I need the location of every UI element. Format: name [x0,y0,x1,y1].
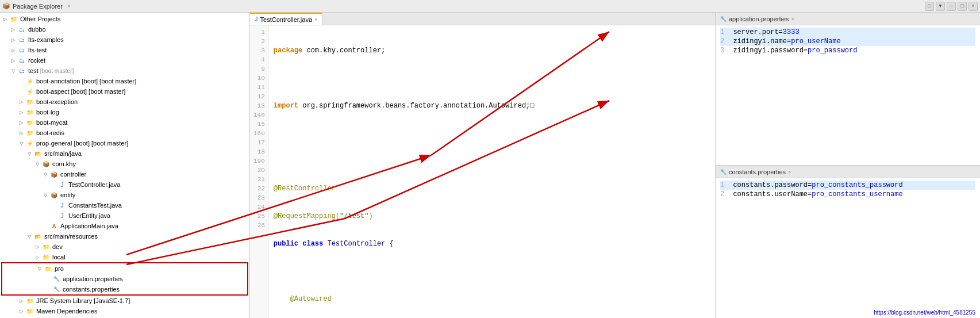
project-icon-test: 🗂 [17,66,26,75]
app-props-line-1: 1 server.port=3333 [720,28,975,37]
label-userentity: UserEntity.java [68,212,110,219]
label-boot-redis: boot-redis [36,129,64,136]
tree-item-boot-annotation[interactable]: ▷ ⚡ boot-annotation [boot] [boot master] [0,76,249,86]
label-prop-general: prop-general [boot] [boot master] [36,140,128,147]
app-props-content[interactable]: 1 server.port=3333 2 zidingyi.name=pro_u… [716,25,980,165]
folder-icon-dev: 📁 [41,242,51,251]
tree-item-src-main-java[interactable]: ▽ 📂 src/main/java [0,148,249,159]
folder-icon-other-projects: 📁 [9,14,18,24]
constants-props-content[interactable]: 1 constants.password=pro_constants_passw… [716,178,980,318]
app-props-line-3: 3 zidingyi.password=pro_password [720,46,975,55]
maximize-btn[interactable]: □ [958,2,967,11]
boot-icon-annotation: ⚡ [25,76,34,86]
tree-item-controller[interactable]: ▽ 📦 controller [0,169,249,179]
package-icon-entity: 📦 [49,190,59,200]
line-num-ap1: 1 [720,28,724,36]
properties-icon-application: 🔧 [52,274,61,283]
app-props-close[interactable]: × [791,16,794,22]
tree-item-boot-mycat[interactable]: ▷ 📁 boot-mycat [0,117,249,128]
arrow-entity: ▽ [43,192,48,198]
tree-item-application-properties[interactable]: ▷ 🔧 application.properties [2,274,247,284]
app-props-line-2: 2 zidingyi.name=pro_userName [720,37,975,46]
dropdown-btn[interactable]: ▼ [936,2,945,11]
code-area[interactable]: package com.khy.controller; import org.s… [269,25,715,318]
project-icon-dubbo: 🗂 [17,25,26,34]
tree-item-boot-exception[interactable]: ▷ 📁 boot-exception [0,97,249,107]
code-line-12: public class TestController { [274,239,710,248]
label-testcontroller: TestController.java [68,181,121,188]
app-prop-val-3: zidingyi.password=pro_password [733,47,857,55]
constants-props-close[interactable]: × [788,169,791,175]
editor-tab-testcontroller[interactable]: J TestController.java × [250,13,322,25]
folder-icon-boot-mycat: 📁 [25,118,34,127]
tree-item-applicationmain[interactable]: ▷ A ApplicationMain.java [0,221,249,231]
properties-icon-constants: 🔧 [52,285,61,294]
package-explorer-title: Package Explorer [13,3,63,10]
label-test: test [boot master] [28,67,74,74]
line-num-cp2: 2 [720,190,724,198]
tree-item-entity[interactable]: ▽ 📦 entity [0,190,249,200]
label-maven: Maven Dependencies [36,308,97,315]
properties-icon-header2: 🔧 [720,169,727,175]
tree-item-src-main-resources[interactable]: ▽ 📂 src/main/resources [0,231,249,242]
tree-item-boot-log[interactable]: ▷ 📁 boot-log [0,107,249,117]
label-pro: pro [55,265,64,272]
tree-item-testcontroller[interactable]: ▷ J TestController.java [0,179,249,190]
folder-icon-boot-exception: 📁 [25,97,34,106]
tree-item-rocket[interactable]: ▷ 🗂 rocket [0,55,249,66]
tree-container[interactable]: ▷ 📁 Other Projects ▷ 🗂 dubbo ▷ 🗂 lts-exa… [0,13,249,318]
minimize-btn[interactable]: □ [925,2,934,11]
label-application-properties: application.properties [63,275,123,282]
tree-item-lts-examples[interactable]: ▷ 🗂 lts-examples [0,35,249,45]
arrow-prop-general: ▽ [18,140,24,146]
tree-item-test[interactable]: ▽ 🗂 test [boot master] [0,66,249,76]
tree-item-boot-redis[interactable]: ▷ 📁 boot-redis [0,128,249,138]
tree-item-boot-aspect[interactable]: ▷ ⚡ boot-aspect [boot] [boot master] [0,86,249,97]
top-bar: 📦 Package Explorer × □ ▼ — □ × [0,0,980,13]
tree-item-constantstest[interactable]: ▷ J ConstantsTest.java [0,200,249,210]
label-other-projects: Other Projects [20,16,60,22]
java-tab-icon: J [255,16,258,22]
label-boot-aspect: boot-aspect [boot] [boot master] [36,88,125,95]
tree-item-jre[interactable]: ▷ 📁 JRE System Library [JavaSE-1.7] [0,296,249,306]
code-line-11: @RequestMapping("/test") [274,212,710,221]
arrow-src-main-resources: ▽ [26,233,32,239]
tree-item-local[interactable]: ▷ 📁 local [0,252,249,262]
tree-item-lts-test[interactable]: ▷ 🗂 lts-test [0,45,249,55]
tree-item-dev[interactable]: ▷ 📁 dev [0,242,249,252]
label-lts-examples: lts-examples [28,36,64,43]
arrow-dubbo: ▷ [10,26,16,32]
tree-item-other-projects[interactable]: ▷ 📁 Other Projects [0,14,249,24]
label-com-khy: com.khy [52,160,76,167]
folder-icon-local: 📁 [41,252,51,262]
tree-item-constants-properties[interactable]: ▷ 🔧 constants.properties [2,284,247,294]
line-num-cp1: 1 [720,181,724,189]
constants-props-header: 🔧 constants.properties × [716,166,980,178]
tree-item-dubbo[interactable]: ▷ 🗂 dubbo [0,24,249,35]
label-controller: controller [60,171,86,178]
label-dev: dev [52,243,63,250]
label-local: local [52,254,66,260]
constants-props-title: constants.properties [729,168,786,175]
src-folder-icon-java: 📂 [33,149,43,158]
folder-icon-maven: 📁 [25,306,34,316]
minimize-btn2[interactable]: — [947,2,956,11]
pro-box: ▽ 📁 pro ▷ 🔧 application.properties ▷ 🔧 c… [1,262,248,296]
tree-item-maven[interactable]: ▷ 📁 Maven Dependencies [0,306,249,316]
close-icon[interactable]: × [67,3,71,9]
tree-item-pro[interactable]: ▽ 📁 pro [2,263,247,274]
tree-item-userentity[interactable]: ▷ J UserEntity.java [0,210,249,221]
right-top-panel: 🔧 application.properties × 1 server.port… [716,13,980,166]
editor-tab-close[interactable]: × [314,17,317,22]
main-layout: ▷ 📁 Other Projects ▷ 🗂 dubbo ▷ 🗂 lts-exa… [0,13,980,318]
tree-item-com-khy[interactable]: ▽ 📦 com.khy [0,159,249,169]
line-numbers: 1 2 3 4 9 10 11 12 13 14⊙ 15 16⊙ 17 18 1… [250,25,269,318]
code-line-3: import org.springframework.beans.factory… [274,101,710,110]
close-btn[interactable]: × [969,2,978,11]
constants-props-line-1: 1 constants.password=pro_constants_passw… [720,181,975,190]
editor-tabs: J TestController.java × [250,13,715,25]
app-props-header: 🔧 application.properties × [716,13,980,25]
tree-item-prop-general[interactable]: ▽ ⚡ prop-general [boot] [boot master] [0,138,249,148]
label-jre: JRE System Library [JavaSE-1.7] [36,297,130,304]
arrow-test: ▽ [10,68,16,74]
